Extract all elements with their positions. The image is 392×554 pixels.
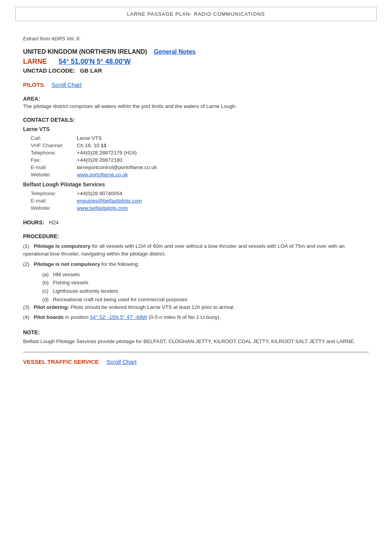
pilot-boards-coord-link[interactable]: 54° 52′ -15N 5° 47′ -68W xyxy=(90,314,147,320)
larne-vts-table: Call: Larne VTS VHF Channel: Ch 16; 10 1… xyxy=(31,134,161,178)
note-label: NOTE: xyxy=(23,329,369,335)
port-coordinates[interactable]: 54° 51.00'N 5° 48.00'W xyxy=(58,58,131,65)
locode-label: UNCTAD LOCODE: xyxy=(23,67,75,74)
procedure-item-3: (3) Pilot ordering: Pilots should be ord… xyxy=(23,304,369,311)
belfastpilots-email-link[interactable]: enquiries@belfastpilots.com xyxy=(77,198,142,204)
country-line: UNITED KINGDOM (NORTHERN IRELAND) Genera… xyxy=(23,48,369,55)
email-label: E-mail: xyxy=(31,164,77,171)
port-line: LARNE 54° 51.00'N 5° 48.00'W xyxy=(23,58,369,66)
list-item: (b) Fishing vessels xyxy=(42,279,369,287)
header-title: LARNE PASSAGE PLAN- RADIO COMMUNICATIONS xyxy=(127,11,265,17)
blps-website-value: www.belfastpilots.com xyxy=(77,204,146,212)
procedure-sublist-2: (a) HM vessels (b) Fishing vessels (c) L… xyxy=(42,270,369,304)
procedure-item-4: (4) Pilot boards in position 54° 52′ -15… xyxy=(23,313,369,321)
area-label: AREA: xyxy=(23,96,369,102)
belfastpilots-website-link[interactable]: www.belfastpilots.com xyxy=(77,205,128,211)
pilots-section: PILOTS Scroll Chart xyxy=(23,81,369,88)
proc-text-3: Pilots should be ordered through Larne V… xyxy=(71,304,235,310)
table-row: Website: www.belfastpilots.com xyxy=(31,204,146,212)
list-item: (d) Recreational craft not being used fo… xyxy=(42,295,369,304)
proc-text-2: for the following: xyxy=(101,261,139,267)
table-row: VHF Channel: Ch 16; 10 11 xyxy=(31,142,161,149)
fax-value: +44(0)28 28872180 xyxy=(77,156,161,164)
website-value: www.portoflarne.co.uk xyxy=(77,171,161,178)
note-section: NOTE: Belfast Lough Pilotage Services pr… xyxy=(23,329,369,344)
table-row: Telephone: +44(0)28 90740054 xyxy=(31,190,146,197)
vts-section: VESSEL TRAFFIC SERVICE Scroll Chart xyxy=(23,358,369,365)
belfast-lough-table: Telephone: +44(0)28 90740054 E-mail: enq… xyxy=(31,190,146,212)
proc-bold-1: Pilotage is compulsory xyxy=(34,243,91,249)
call-label: Call: xyxy=(31,134,77,142)
procedure-label: PROCEDURE: xyxy=(23,233,369,239)
general-notes-link[interactable]: General Notes xyxy=(154,48,195,55)
portoflarne-link[interactable]: www.portoflarne.co.uk xyxy=(77,172,128,177)
vhf-label: VHF Channel: xyxy=(31,142,77,149)
blps-email-value: enquiries@belfastpilots.com xyxy=(77,197,146,204)
table-row: Telephone: +44(0)28 28872179 (H24) xyxy=(31,149,161,156)
pilots-label: PILOTS xyxy=(23,81,44,88)
procedure-section: PROCEDURE: (1) Pilotage is compulsory fo… xyxy=(23,233,369,322)
proc-text-4b: (0-5 n miles N of No 1 Lt buoy). xyxy=(149,314,221,320)
contact-section: CONTACT DETAILS: Larne VTS Call: Larne V… xyxy=(23,117,369,212)
vhf-value: Ch 16; 10 11 xyxy=(77,142,161,149)
proc-bold-2: Pilotage is not compulsory xyxy=(34,261,100,267)
header-bar: LARNE PASSAGE PLAN- RADIO COMMUNICATIONS xyxy=(15,7,377,21)
section-divider xyxy=(23,352,369,352)
table-row: Fax: +44(0)28 28872180 xyxy=(31,156,161,164)
table-row: E-mail: enquiries@belfastpilots.com xyxy=(31,197,146,204)
hours-label: HOURS: xyxy=(23,219,44,226)
vts-label: VESSEL TRAFFIC SERVICE xyxy=(23,358,99,365)
proc-num-1: (1) xyxy=(23,243,32,249)
contact-label: CONTACT DETAILS: xyxy=(23,117,369,123)
table-row: E-mail: larneportcontrol@portoflarne.co.… xyxy=(31,164,161,171)
blps-email-label: E-mail: xyxy=(31,197,77,204)
pilots-scroll-chart-link[interactable]: Scroll Chart xyxy=(51,81,81,88)
website-label: Website: xyxy=(31,171,77,178)
list-item: (a) HM vessels xyxy=(42,270,369,279)
vts-scroll-chart-link[interactable]: Scroll Chart xyxy=(106,358,136,365)
area-text: The pilotage district comprises all wate… xyxy=(23,103,369,109)
tel-label: Telephone: xyxy=(31,149,77,156)
hours-value: H24 xyxy=(49,219,59,226)
belfast-lough-org: Belfast Lough Pilotage Services xyxy=(23,181,369,187)
port-name: LARNE xyxy=(23,58,47,65)
proc-bold-3: Pilot ordering: xyxy=(34,304,69,310)
blps-tel-label: Telephone: xyxy=(31,190,77,197)
area-section: AREA: The pilotage district comprises al… xyxy=(23,96,369,109)
extract-line: Extract from ADRS Vol. 6: xyxy=(23,36,369,41)
blps-website-label: Website: xyxy=(31,204,77,212)
fax-label: Fax: xyxy=(31,156,77,164)
proc-num-2: (2) xyxy=(23,261,32,267)
table-row: Website: www.portoflarne.co.uk xyxy=(31,171,161,178)
note-text: Belfast Lough Pilotage Services provide … xyxy=(23,338,369,344)
call-value: Larne VTS xyxy=(77,134,161,142)
locode-line: UNCTAD LOCODE: GB LAR xyxy=(23,67,369,74)
proc-bold-4: Pilot boards xyxy=(34,314,64,320)
country-label: UNITED KINGDOM (NORTHERN IRELAND) xyxy=(23,48,147,55)
locode-value: GB LAR xyxy=(80,67,102,74)
email-value: larneportcontrol@portoflarne.co.uk xyxy=(77,164,161,171)
larne-vts-org: Larne VTS xyxy=(23,126,369,132)
proc-num-3: (3) xyxy=(23,304,32,310)
procedure-item-2: (2) Pilotage is not compulsory for the f… xyxy=(23,260,369,268)
list-item: (c) Lighthouse authority tenders xyxy=(42,287,369,295)
hours-section: HOURS: H24 xyxy=(23,219,369,226)
blps-tel-value: +44(0)28 90740054 xyxy=(77,190,146,197)
table-row: Call: Larne VTS xyxy=(31,134,161,142)
proc-text-4a: in position xyxy=(65,314,90,320)
proc-num-4: (4) xyxy=(23,314,32,320)
procedure-item-1: (1) Pilotage is compulsory for all vesse… xyxy=(23,242,369,258)
tel-value: +44(0)28 28872179 (H24) xyxy=(77,149,161,156)
